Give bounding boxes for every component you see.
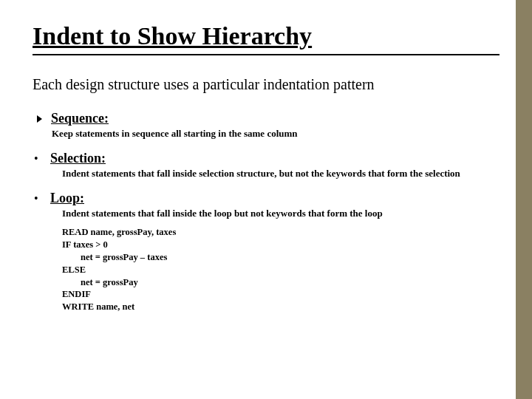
code-line: net = grossPay xyxy=(62,276,499,289)
slide: Indent to Show Hierarchy Each design str… xyxy=(0,0,532,399)
bullet-icon: • xyxy=(33,192,50,205)
section-selection: • Selection: Indent statements that fall… xyxy=(33,151,499,180)
sequence-heading: Sequence: xyxy=(51,111,109,126)
loop-heading: Loop: xyxy=(50,191,84,206)
code-line: ELSE xyxy=(62,264,499,276)
loop-code: READ name, grossPay, taxes IF taxes > 0 … xyxy=(62,226,499,313)
bullet-icon: • xyxy=(33,152,50,166)
code-line: READ name, grossPay, taxes xyxy=(62,226,499,239)
accent-bar xyxy=(516,0,532,399)
selection-heading: Selection: xyxy=(50,151,106,166)
sequence-body: Keep statements in sequence all starting… xyxy=(52,128,499,140)
code-line: net = grossPay – taxes xyxy=(62,251,499,264)
section-loop: • Loop: Indent statements that fall insi… xyxy=(33,191,499,313)
code-line: ENDIF xyxy=(62,288,499,301)
selection-body: Indent statements that fall inside selec… xyxy=(62,168,499,180)
code-line: WRITE name, net xyxy=(62,301,499,313)
arrow-icon xyxy=(37,115,42,123)
section-sequence: Sequence: Keep statements in sequence al… xyxy=(33,111,499,140)
code-line: IF taxes > 0 xyxy=(62,239,499,251)
intro-text: Each design structure uses a particular … xyxy=(33,76,499,93)
slide-title: Indent to Show Hierarchy xyxy=(33,22,499,55)
loop-body: Indent statements that fall inside the l… xyxy=(62,208,499,220)
